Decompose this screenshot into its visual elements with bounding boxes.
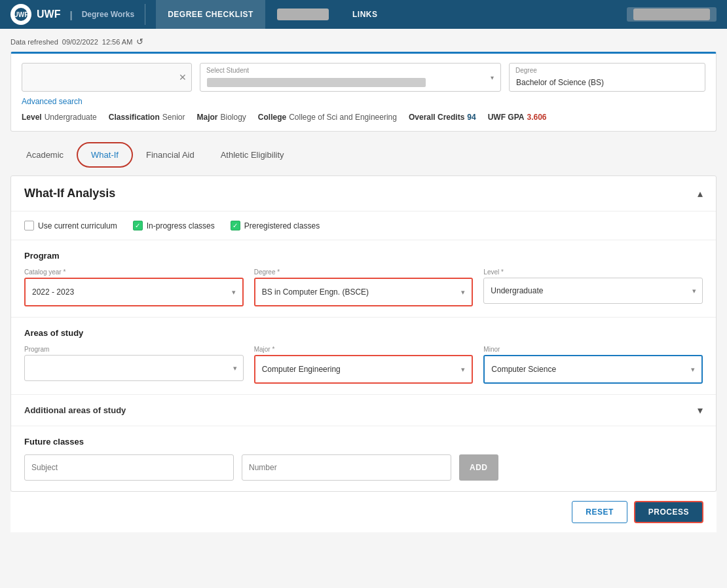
nav-links[interactable]: LINKS xyxy=(341,0,390,29)
tab-what-if[interactable]: What-If xyxy=(77,142,133,168)
top-navigation: UWF UWF | Degree Works DEGREE CHECKLIST … xyxy=(0,0,727,29)
catalog-year-field: Catalog year * 2022 - 2023 xyxy=(24,268,244,306)
refresh-label: Data refreshed xyxy=(10,38,58,46)
tab-financial-aid[interactable]: Financial Aid xyxy=(133,142,208,168)
catalog-year-wrapper: 2022 - 2023 xyxy=(24,278,244,306)
info-gpa: UWF GPA 3.606 xyxy=(488,113,547,122)
logo-uwf-text: UWF xyxy=(37,9,60,20)
nav-degree-checklist[interactable]: DEGREE CHECKLIST xyxy=(156,0,265,29)
logo: UWF UWF | Degree Works xyxy=(10,4,145,25)
whatif-header: What-If Analysis ▴ xyxy=(11,176,716,211)
additional-areas-toggle[interactable]: ▾ xyxy=(698,404,703,416)
tab-academic[interactable]: Academic xyxy=(13,142,77,168)
program-fields-row: Catalog year * 2022 - 2023 Degree * xyxy=(24,268,703,306)
use-current-checkbox[interactable] xyxy=(24,221,34,230)
student-info-bar: Level Undergraduate Classification Senio… xyxy=(22,113,705,122)
nav-plans[interactable]: PLANS xyxy=(265,0,341,29)
refresh-date: 09/02/2022 xyxy=(62,38,98,46)
classification-label: Classification xyxy=(109,113,160,122)
collapse-button[interactable]: ▴ xyxy=(698,187,703,200)
credits-value: 94 xyxy=(467,113,475,122)
major-label: Major xyxy=(196,113,217,122)
level-field: Level * Undergraduate xyxy=(483,268,703,306)
level-label: Level xyxy=(22,113,42,122)
main-content: Data refreshed 09/02/2022 12:56 AM ↺ Stu… xyxy=(0,29,727,540)
areas-title: Areas of study xyxy=(24,328,703,338)
degree-dropdown[interactable]: Bachelor of Science (BS) xyxy=(509,63,705,92)
process-button[interactable]: PROCESS xyxy=(634,501,703,523)
major-select[interactable]: Computer Engineering xyxy=(255,356,472,382)
inprogress-checkbox[interactable]: ✓ xyxy=(133,221,143,230)
refresh-time: 12:56 AM xyxy=(102,38,132,46)
college-label: College xyxy=(258,113,286,122)
major-field: Major * Computer Engineering xyxy=(254,346,474,384)
future-fields-row: ADD xyxy=(24,454,703,481)
preregistered-checkbox[interactable]: ✓ xyxy=(231,221,240,230)
gpa-value: 3.606 xyxy=(527,113,546,122)
minor-wrapper: Computer Science xyxy=(483,355,703,384)
nav-user: user name xyxy=(627,7,717,22)
use-current-checkbox-item: Use current curriculum xyxy=(24,221,117,230)
future-classes-title: Future classes xyxy=(24,437,703,447)
logo-separator: | xyxy=(69,9,72,20)
catalog-year-label: Catalog year * xyxy=(24,268,244,276)
refresh-bar: Data refreshed 09/02/2022 12:56 AM ↺ xyxy=(10,37,717,46)
student-id-input[interactable] xyxy=(22,63,192,92)
areas-of-study-section: Areas of study Program Major * xyxy=(11,318,716,395)
info-classification: Classification Senior xyxy=(109,113,185,122)
catalog-year-select[interactable]: 2022 - 2023 xyxy=(26,279,242,305)
inprogress-label: In-progress classes xyxy=(147,221,215,230)
preregistered-label: Preregistered classes xyxy=(244,221,320,230)
degree-program-label: Degree * xyxy=(254,268,474,276)
major-wrapper: Computer Engineering xyxy=(254,355,474,384)
select-student-chevron: ▾ xyxy=(491,74,494,81)
info-major: Major Biology xyxy=(196,113,246,122)
program-title: Program xyxy=(24,251,703,261)
areas-program-field: Program xyxy=(24,346,244,384)
tab-athletic-eligibility[interactable]: Athletic Eligibility xyxy=(208,142,297,168)
select-student-field: Select Student student name here ▾ xyxy=(200,63,501,92)
level-program-label: Level * xyxy=(483,268,703,276)
areas-fields-row: Program Major * Computer Engineering xyxy=(24,346,703,384)
advanced-search-link[interactable]: Advanced search xyxy=(22,97,83,106)
use-current-label: Use current curriculum xyxy=(38,221,117,230)
classification-value: Senior xyxy=(162,113,185,122)
degree-field: Degree Bachelor of Science (BS) xyxy=(509,63,705,92)
college-value: College of Sci and Engineering xyxy=(289,113,397,122)
add-button[interactable]: ADD xyxy=(459,454,498,481)
level-value: Undergraduate xyxy=(45,113,97,122)
whatif-title: What-If Analysis xyxy=(24,187,115,200)
search-panel: Student ID ✕ Select Student student name… xyxy=(10,52,717,132)
gpa-label: UWF GPA xyxy=(488,113,525,122)
refresh-icon[interactable]: ↺ xyxy=(136,37,143,46)
areas-program-label: Program xyxy=(24,346,244,353)
major-value: Biology xyxy=(220,113,246,122)
additional-areas-section[interactable]: Additional areas of study ▾ xyxy=(11,395,716,426)
preregistered-checkbox-item: ✓ Preregistered classes xyxy=(231,221,320,230)
uwf-logo-icon: UWF xyxy=(10,4,31,25)
checkboxes-row: Use current curriculum ✓ In-progress cla… xyxy=(11,211,716,240)
inprogress-checkbox-item: ✓ In-progress classes xyxy=(133,221,215,230)
subject-input[interactable] xyxy=(24,454,234,481)
program-section: Program Catalog year * 2022 - 2023 xyxy=(11,240,716,318)
level-select[interactable]: Undergraduate xyxy=(483,278,703,304)
info-credits: Overall Credits 94 xyxy=(409,113,476,122)
minor-field: Minor Computer Science xyxy=(483,346,703,384)
minor-select[interactable]: Computer Science xyxy=(485,356,701,382)
reset-button[interactable]: RESET xyxy=(572,501,627,523)
areas-program-select[interactable] xyxy=(24,355,244,381)
number-input[interactable] xyxy=(242,454,451,481)
action-bar: RESET PROCESS xyxy=(10,492,717,532)
degree-program-wrapper: BS in Computer Engn. (BSCE) xyxy=(254,278,474,306)
future-classes-section: Future classes ADD xyxy=(11,426,716,491)
student-id-field: Student ID ✕ xyxy=(22,63,192,92)
level-wrapper: Undergraduate xyxy=(483,278,703,304)
svg-text:UWF: UWF xyxy=(14,11,28,18)
tabs: Academic What-If Financial Aid Athletic … xyxy=(10,142,717,168)
search-row: Student ID ✕ Select Student student name… xyxy=(22,63,705,92)
degree-program-select[interactable]: BS in Computer Engn. (BSCE) xyxy=(255,279,472,305)
logo-title: Degree Works xyxy=(82,10,134,19)
major-areas-label: Major * xyxy=(254,346,474,353)
select-student-dropdown[interactable]: student name here ▾ xyxy=(200,63,501,92)
clear-student-id-button[interactable]: ✕ xyxy=(179,72,187,83)
